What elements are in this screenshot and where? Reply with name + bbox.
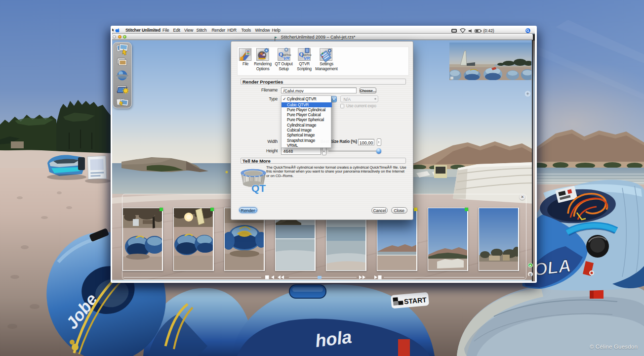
svg-text:VR: VR	[283, 56, 290, 61]
svg-text:QT: QT	[251, 182, 266, 194]
svg-text:(0:42): (0:42)	[483, 28, 494, 33]
svg-text:VR: VR	[304, 56, 310, 61]
